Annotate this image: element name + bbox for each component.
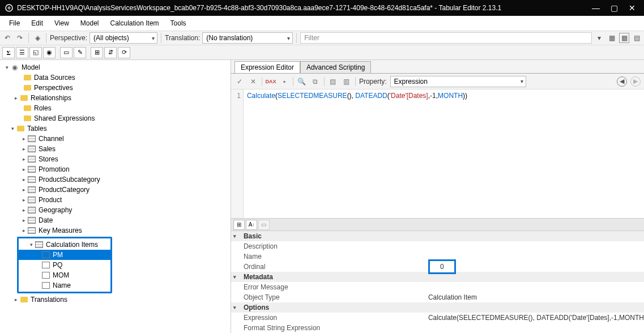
tree-tables[interactable]: ▾Tables [0, 123, 231, 134]
pg-description[interactable]: Description [231, 241, 644, 251]
pg-ordinal[interactable]: Ordinal0 [231, 262, 644, 272]
pg-row-label: Object Type [231, 293, 424, 301]
tree-label: Date [39, 216, 53, 224]
tree-model[interactable]: ▾Model [0, 62, 231, 72]
table-icon [27, 145, 36, 153]
tree-table-stores[interactable]: ▸Stores [0, 154, 231, 164]
outdent-icon[interactable]: ▥ [342, 76, 352, 87]
tree-panel[interactable]: ▾Model Data Sources Perspectives ▸Relati… [0, 60, 231, 333]
redo-icon[interactable]: ↷ [15, 33, 25, 43]
panel1-icon[interactable]: ▦ [607, 33, 617, 43]
find-icon[interactable]: 🔍 [297, 76, 307, 87]
tree-table-keymeasures[interactable]: ▸Key Measures [0, 225, 231, 236]
tree-calcitems[interactable]: ▾Calculation Items [19, 240, 110, 250]
menu-edit[interactable]: Edit [25, 18, 49, 28]
pg-object-type[interactable]: Object TypeCalculation Item [231, 292, 644, 302]
edit-icon[interactable]: ✎ [74, 47, 86, 58]
pg-expression[interactable]: ExpressionCalculate(SELECTEDMEASURE(), D… [231, 313, 644, 323]
sigma-icon[interactable]: Σ [2, 47, 15, 58]
t-ref: 'Date'[Dates] [390, 92, 428, 100]
accept-icon[interactable]: ✓ [234, 76, 245, 87]
cancel-icon[interactable]: ✕ [248, 76, 258, 87]
menu-view[interactable]: View [49, 18, 75, 28]
tree-datasources[interactable]: Data Sources [0, 72, 231, 83]
editor-tabs: Expression Editor Advanced Scripting [231, 60, 644, 74]
tree-translations[interactable]: ▸Translations [0, 294, 231, 305]
property-grid[interactable]: ▾Basic Description Name Ordinal0 ▾Metada… [231, 231, 644, 333]
pg-options[interactable]: ▾Options [231, 302, 644, 313]
tree-calcitem-mom[interactable]: MOM [19, 270, 110, 280]
folder-icon [17, 126, 24, 131]
tree-perspectives[interactable]: Perspectives [0, 83, 231, 93]
tree-label: ProductSubcategory [39, 176, 100, 183]
tab-advanced-scripting[interactable]: Advanced Scripting [300, 61, 371, 73]
replace-icon[interactable]: ⧉ [310, 76, 321, 87]
property-combo[interactable]: Expression [390, 76, 526, 87]
tree-table-geography[interactable]: ▸Geography [0, 205, 231, 215]
pg-header-label: Options [239, 304, 432, 311]
tree-label: MOM [53, 271, 69, 279]
nav-back-icon[interactable]: ◀ [617, 76, 627, 87]
refresh-icon[interactable]: ⟳ [118, 47, 130, 58]
table-icon [27, 155, 36, 163]
tree-roles[interactable]: Roles [0, 103, 231, 113]
indent-icon[interactable]: ▤ [328, 76, 338, 87]
nav-forward-icon[interactable]: ▶ [630, 76, 641, 87]
pg-basic[interactable]: ▾Basic [231, 231, 644, 241]
alphabetical-icon[interactable]: A↓ [246, 220, 257, 230]
cloud-icon[interactable]: ◉ [43, 47, 56, 58]
tree-relationships[interactable]: ▸Relationships [0, 93, 231, 103]
propertypages-icon[interactable]: ▭ [258, 220, 270, 230]
menu-tools[interactable]: Tools [165, 18, 192, 28]
cube-icon[interactable]: ◈ [32, 33, 42, 43]
tree-table-product[interactable]: ▸Product [0, 195, 231, 205]
tree-calcitem-name[interactable]: Name [19, 280, 110, 291]
menu-calculation-item[interactable]: Calculation Item [105, 18, 165, 28]
pg-format-string[interactable]: Format String Expression [231, 323, 644, 333]
tree-table-channel[interactable]: ▸Channel [0, 134, 231, 144]
tree-table-sales[interactable]: ▸Sales [0, 144, 231, 154]
panel2-icon[interactable]: ▦ [619, 33, 629, 43]
translation-combo[interactable]: (No translation) [202, 32, 293, 44]
maximize-button[interactable]: ▢ [610, 4, 618, 12]
tree-calcitem-pm[interactable]: PM [19, 250, 110, 260]
filter-input[interactable]: Filter [300, 32, 592, 44]
tree-label: Sales [39, 145, 56, 153]
window-title: DESKTOP-HH1V9AQ\AnalysisServicesWorkspac… [17, 4, 592, 12]
dax-format-icon[interactable]: DAX [266, 76, 276, 87]
pg-error-message[interactable]: Error Message [231, 282, 644, 292]
tree-label: Roles [34, 104, 52, 112]
table-icon [27, 196, 36, 204]
sort-icon[interactable]: ⇵ [104, 47, 117, 58]
panel3-icon[interactable]: ▤ [632, 33, 642, 43]
tree-table-productsub[interactable]: ▸ProductSubcategory [0, 174, 231, 185]
folder-icon-btn[interactable]: ▭ [60, 47, 72, 58]
t-dateadd: DATEADD [355, 92, 387, 100]
categorized-icon[interactable]: ⊞ [233, 220, 245, 230]
table-icon [27, 176, 36, 183]
tree-table-date[interactable]: ▸Date [0, 215, 231, 225]
pg-row-value[interactable]: Calculate(SELECTEDMEASURE(), DATEADD('Da… [424, 314, 644, 322]
code-editor[interactable]: 1 Calculate(SELECTEDMEASURE(), DATEADD('… [231, 89, 644, 219]
undo-icon[interactable]: ↶ [2, 33, 12, 43]
tree-table-productcat[interactable]: ▸ProductCategory [0, 185, 231, 195]
comment-icon[interactable]: ▪ [279, 76, 289, 87]
menubar: File Edit View Model Calculation Item To… [0, 16, 644, 31]
folder-icon [24, 75, 31, 80]
minimize-button[interactable]: — [592, 4, 600, 12]
hierarchy-icon[interactable]: ◱ [29, 47, 42, 58]
tree-table-promotion[interactable]: ▸Promotion [0, 164, 231, 174]
menu-model[interactable]: Model [75, 18, 105, 28]
tab-expression-editor[interactable]: Expression Editor [234, 61, 300, 73]
columns-icon[interactable]: ⊞ [91, 47, 103, 58]
tree-shared-expressions[interactable]: Shared Expressions [0, 113, 231, 123]
filter-icon[interactable]: ▾ [594, 33, 604, 43]
tree-calcitem-pq[interactable]: PQ [19, 260, 110, 270]
pg-row-value[interactable]: 0 [424, 259, 644, 274]
perspective-combo[interactable]: (All objects) [89, 32, 157, 44]
code-content[interactable]: Calculate(SELECTEDMEASURE(), DATEADD('Da… [244, 89, 471, 218]
close-button[interactable]: ✕ [628, 4, 636, 12]
list-icon[interactable]: ☰ [16, 47, 28, 58]
pg-row-label: Expression [231, 314, 424, 322]
menu-file[interactable]: File [3, 18, 25, 28]
